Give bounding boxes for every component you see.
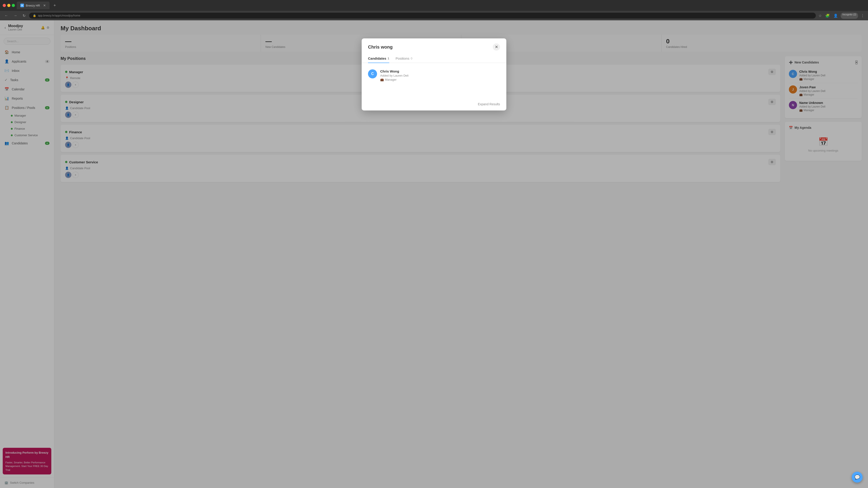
profile-btn[interactable]: 👤: [833, 13, 839, 19]
menu-btn[interactable]: ⋮: [860, 13, 865, 19]
extensions-btn[interactable]: 🧩: [825, 13, 831, 19]
modal-briefcase-icon: 💼: [380, 78, 384, 81]
chat-fab-btn[interactable]: 💬: [852, 472, 863, 483]
close-window-btn[interactable]: [3, 4, 6, 7]
expand-results-btn[interactable]: Expand Results: [478, 102, 500, 106]
url-text: app.breezy.hr/app/c/moodjoy/home: [38, 14, 80, 17]
browser-tab[interactable]: B Breezy HR ✕: [17, 2, 50, 9]
modal-close-btn[interactable]: ✕: [493, 43, 500, 51]
tab-favicon: B: [20, 4, 24, 7]
tab-positions[interactable]: Positions 0: [396, 54, 412, 63]
back-btn[interactable]: ←: [3, 13, 10, 19]
candidates-tab-count: 1: [388, 57, 389, 60]
modal-candidate-info: Chris Wong Added by Lauren Deli 💼 Manage…: [380, 69, 500, 81]
tab-close-btn[interactable]: ✕: [43, 4, 46, 7]
modal-title: Chris wong: [368, 44, 393, 50]
modal-candidate-position: 💼 Manager: [380, 78, 500, 81]
modal-body: C Chris Wong Added by Lauren Deli 💼 Mana…: [362, 63, 506, 99]
incognito-badge: Incognito (2): [841, 13, 858, 19]
chat-fab-icon: 💬: [855, 475, 860, 480]
tab-candidates[interactable]: Candidates 1: [368, 54, 389, 63]
forward-btn[interactable]: →: [12, 13, 19, 19]
lock-icon: 🔒: [33, 14, 36, 17]
reload-btn[interactable]: ↻: [21, 13, 27, 19]
url-bar: 🔒 app.breezy.hr/app/c/moodjoy/home: [29, 13, 816, 19]
tab-title: Breezy HR: [26, 4, 40, 7]
modal-candidate-name: Chris Wong: [380, 69, 500, 73]
modal-candidate-added: Added by Lauren Deli: [380, 74, 500, 77]
positions-tab-count: 0: [411, 57, 412, 60]
minimize-window-btn[interactable]: [7, 4, 10, 7]
modal-tabs: Candidates 1 Positions 0: [362, 51, 506, 63]
modal-candidate-row[interactable]: C Chris Wong Added by Lauren Deli 💼 Mana…: [368, 67, 500, 84]
modal-overlay[interactable]: Chris wong ✕ Candidates 1 Positions 0 C …: [0, 20, 868, 488]
modal-candidate-avatar: C: [368, 69, 377, 78]
modal-footer: Expand Results: [362, 99, 506, 110]
new-tab-btn[interactable]: +: [51, 2, 58, 9]
bookmark-btn[interactable]: ☆: [817, 13, 823, 19]
maximize-window-btn[interactable]: [12, 4, 15, 7]
search-modal: Chris wong ✕ Candidates 1 Positions 0 C …: [362, 38, 506, 110]
